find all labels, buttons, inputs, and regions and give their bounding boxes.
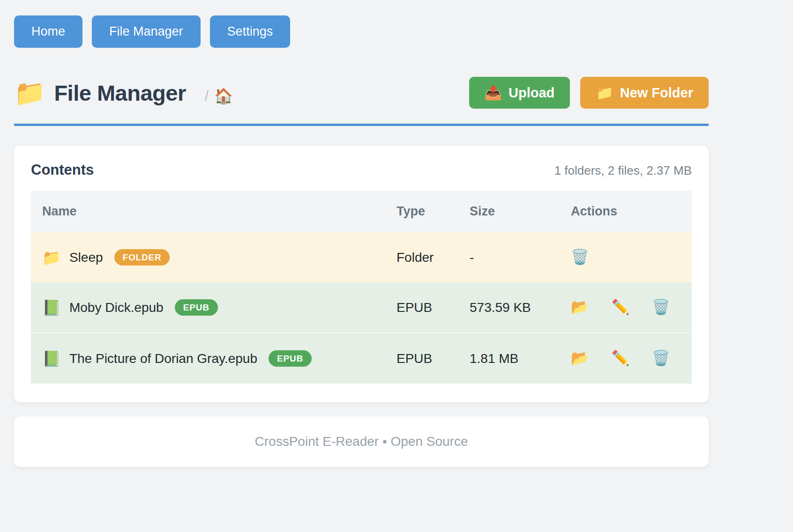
new-folder-button[interactable]: 📁 New Folder (580, 77, 709, 109)
delete-button[interactable]: 🗑️ (652, 351, 670, 365)
epub-badge: EPUB (269, 350, 312, 367)
table-row: 📗 Moby Dick.epub EPUB EPUB 573.59 KB 📂 ✏… (31, 282, 692, 333)
header-actions: 📤 Upload 📁 New Folder (469, 77, 709, 109)
folder-name-link[interactable]: Sleep (69, 250, 103, 265)
page-header: 📁 File Manager / 🏠 📤 Upload 📁 New Folder (14, 77, 709, 109)
page-title: File Manager (54, 80, 186, 106)
files-table: Name Type Size Actions 📁 Sleep FOLDER (31, 191, 692, 384)
epub-badge: EPUB (175, 299, 218, 316)
header-divider (14, 124, 709, 126)
upload-icon: 📤 (485, 86, 502, 100)
column-header-size: Size (458, 191, 560, 232)
page-container: Home File Manager Settings 📁 File Manage… (14, 0, 709, 467)
delete-button[interactable]: 🗑️ (652, 300, 670, 314)
table-row: 📁 Sleep FOLDER Folder - 🗑️ (31, 232, 692, 282)
open-folder-icon: 📂 (571, 350, 589, 366)
breadcrumb: / 🏠 (205, 87, 233, 105)
move-button[interactable]: 📂 (571, 300, 589, 314)
new-folder-icon: 📁 (596, 86, 613, 100)
upload-button-label: Upload (509, 86, 554, 100)
trash-icon: 🗑️ (571, 249, 589, 265)
size-cell: 573.59 KB (458, 282, 560, 333)
type-cell: Folder (385, 232, 458, 282)
new-folder-button-label: New Folder (620, 86, 693, 100)
column-header-type: Type (385, 191, 458, 232)
column-header-name: Name (31, 191, 385, 232)
footer-text: CrossPoint E-Reader • Open Source (255, 434, 468, 449)
delete-button[interactable]: 🗑️ (571, 250, 589, 264)
size-cell: - (458, 232, 560, 282)
folder-badge: FOLDER (114, 249, 170, 266)
top-nav: Home File Manager Settings (14, 15, 709, 48)
move-button[interactable]: 📂 (571, 351, 589, 365)
book-icon: 📗 (42, 351, 61, 366)
type-cell: EPUB (385, 333, 458, 384)
table-row: 📗 The Picture of Dorian Gray.epub EPUB E… (31, 333, 692, 384)
contents-card-header: Contents 1 folders, 2 files, 2.37 MB (31, 162, 692, 178)
contents-summary: 1 folders, 2 files, 2.37 MB (554, 163, 692, 178)
breadcrumb-separator: / (205, 88, 209, 104)
rename-button[interactable]: ✏️ (611, 351, 629, 365)
nav-home-button[interactable]: Home (14, 15, 82, 48)
folder-icon: 📁 (14, 80, 45, 105)
contents-title: Contents (31, 162, 94, 178)
contents-card: Contents 1 folders, 2 files, 2.37 MB Nam… (14, 146, 709, 402)
footer-card: CrossPoint E-Reader • Open Source (14, 416, 709, 467)
title-group: 📁 File Manager / 🏠 (14, 80, 233, 106)
pencil-icon: ✏️ (611, 299, 629, 315)
rename-button[interactable]: ✏️ (611, 300, 629, 314)
pencil-icon: ✏️ (611, 350, 629, 366)
nav-settings-button[interactable]: Settings (210, 15, 291, 48)
open-folder-icon: 📂 (571, 299, 589, 315)
column-header-actions: Actions (560, 191, 692, 232)
trash-icon: 🗑️ (652, 299, 670, 315)
folder-icon: 📁 (42, 250, 61, 265)
trash-icon: 🗑️ (652, 350, 670, 366)
upload-button[interactable]: 📤 Upload (469, 77, 570, 109)
table-header-row: Name Type Size Actions (31, 191, 692, 232)
file-name: Moby Dick.epub (69, 300, 164, 315)
home-icon[interactable]: 🏠 (214, 87, 233, 105)
size-cell: 1.81 MB (458, 333, 560, 384)
nav-file-manager-button[interactable]: File Manager (92, 15, 201, 48)
book-icon: 📗 (42, 300, 61, 315)
file-name: The Picture of Dorian Gray.epub (69, 351, 257, 366)
type-cell: EPUB (385, 282, 458, 333)
